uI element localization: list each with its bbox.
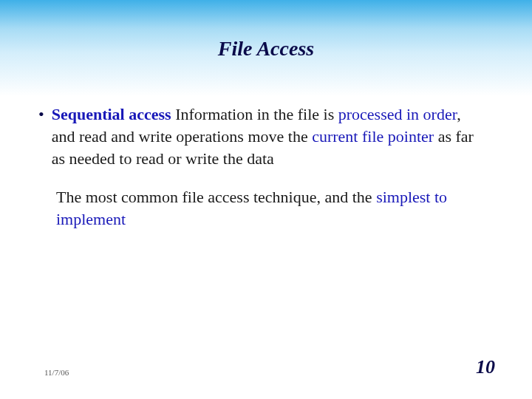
- slide-title: File Access: [0, 37, 532, 61]
- bullet-text: Sequential access Information in the fil…: [52, 103, 488, 170]
- text-fragment: The most common file access technique, a…: [56, 188, 376, 206]
- bullet-item: • Sequential access Information in the f…: [38, 103, 488, 170]
- term-sequential-access: Sequential access: [52, 105, 171, 123]
- bullet-dot-icon: •: [38, 103, 44, 126]
- header-gradient: File Access: [0, 0, 532, 96]
- text-fragment: Information in the file is: [171, 105, 338, 123]
- paragraph-2: The most common file access technique, a…: [56, 186, 488, 231]
- page-number: 10: [476, 356, 495, 378]
- content-area: • Sequential access Information in the f…: [38, 103, 488, 231]
- footer-date: 11/7/06: [44, 368, 69, 377]
- highlight-current-file-pointer: current file pointer: [312, 127, 434, 146]
- highlight-processed-in-order: processed in order: [338, 105, 457, 123]
